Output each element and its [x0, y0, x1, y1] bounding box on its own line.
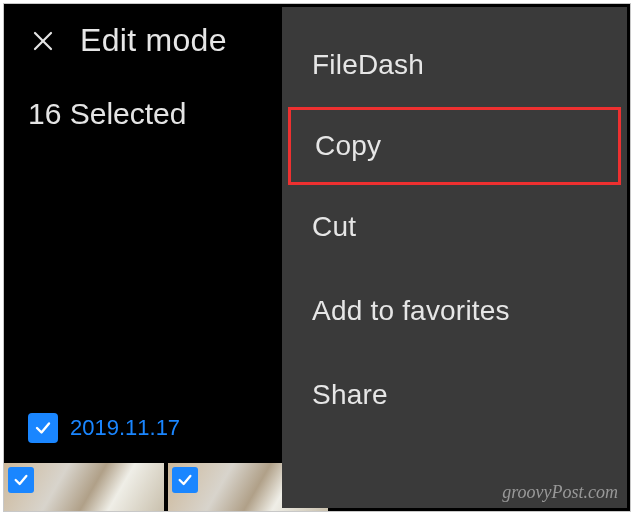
selection-count: 16 Selected [28, 97, 186, 130]
app-frame: Edit mode 16 Selected 2019.11.17 [3, 3, 631, 512]
menu-item-cut[interactable]: Cut [282, 185, 627, 269]
menu-item-share[interactable]: Share [282, 353, 627, 437]
menu-item-add-to-favorites[interactable]: Add to favorites [282, 269, 627, 353]
page-title: Edit mode [80, 22, 227, 59]
menu-item-filedash[interactable]: FileDash [282, 23, 627, 107]
thumbnail[interactable] [4, 463, 164, 511]
context-menu: FileDash Copy Cut Add to favorites Share [282, 7, 627, 508]
menu-item-copy[interactable]: Copy [288, 107, 621, 185]
date-label: 2019.11.17 [70, 415, 180, 441]
close-icon[interactable] [28, 26, 58, 56]
check-icon [8, 467, 34, 493]
checkbox-icon[interactable] [28, 413, 58, 443]
date-group[interactable]: 2019.11.17 [28, 413, 180, 443]
check-icon [172, 467, 198, 493]
thumbnail-row [4, 463, 328, 511]
